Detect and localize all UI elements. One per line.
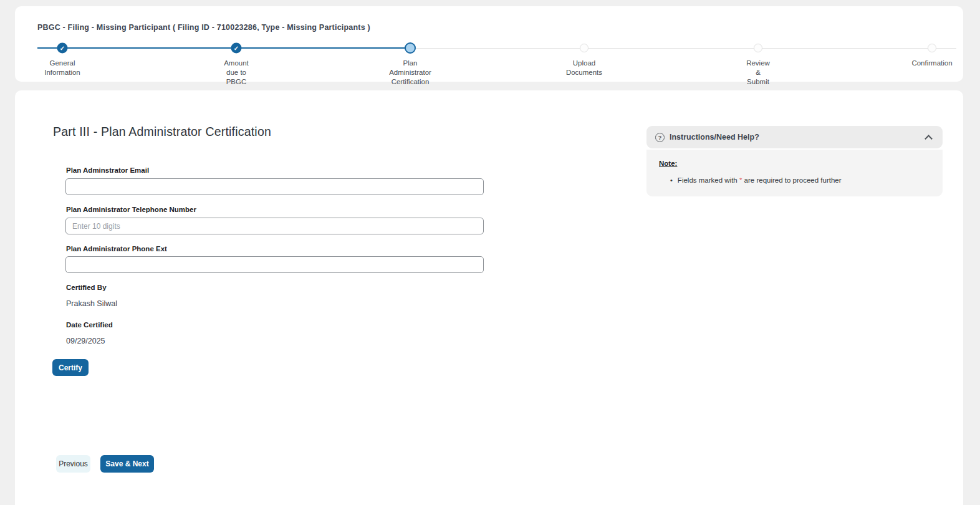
step-upload-documents[interactable] [580,44,588,52]
date-certified-value: 09/29/2025 [66,337,105,345]
note-text: Fields marked with * are required to pro… [678,176,842,184]
step-completed-icon: ✓ [231,43,242,54]
plan-administrator-telephone-label: Plan Administrator Telephone Number [66,206,196,213]
save-next-button[interactable]: Save & Next [100,455,154,473]
stepper-line-upcoming [410,48,956,49]
plan-administrator-phone-ext-label: Plan Administrator Phone Ext [66,245,167,252]
step-label: Plan Administrator Certification [360,59,460,87]
step-label: Confirmation [882,59,980,68]
step-upcoming-icon [754,44,762,52]
step-completed-icon: ✓ [57,43,68,54]
step-label: Review & Submit [708,59,808,87]
check-icon: ✓ [60,45,65,51]
step-upcoming-icon [580,44,588,52]
note-label: Note: [659,160,677,167]
date-certified-label: Date Certified [66,321,113,329]
instructions-help-header[interactable]: ? Instructions/Need Help? [646,126,943,148]
plan-administrator-telephone-input[interactable] [65,218,484,234]
step-label: Upload Documents [534,59,634,77]
step-current-icon [405,42,416,54]
instructions-help-body: Note: • Fields marked with * are require… [646,150,943,196]
plan-administrator-phone-ext-input[interactable] [65,256,484,273]
certify-button[interactable]: Certify [52,359,89,376]
note-bullet-item: • Fields marked with * are required to p… [670,176,930,184]
certified-by-label: Certified By [66,284,107,291]
step-label: Amount due to PBGC [186,59,286,87]
step-label: General Information [12,59,112,77]
certified-by-value: Prakash Silwal [66,299,117,308]
plan-administrator-email-input[interactable] [65,178,484,195]
help-question-icon: ? [655,133,665,142]
instructions-help-panel: ? Instructions/Need Help? Note: • Fields… [646,126,943,196]
page-title: Part III - Plan Administrator Certificat… [53,125,271,139]
bullet-icon: • [670,176,673,184]
stepper-card: PBGC - Filing - Missing Participant ( Fi… [15,6,963,82]
step-confirmation[interactable] [928,44,936,52]
previous-button[interactable]: Previous [56,455,90,473]
plan-administrator-email-label: Plan Adminstrator Email [66,166,149,174]
step-plan-administrator-certification[interactable] [405,42,416,54]
instructions-help-title: Instructions/Need Help? [670,133,759,142]
step-review-submit[interactable] [754,44,762,52]
step-general-information[interactable]: ✓ [57,43,68,54]
step-upcoming-icon [928,44,936,52]
step-amount-due-to-pbgc[interactable]: ✓ [231,43,242,54]
stepper-line-completed [37,47,410,49]
check-icon: ✓ [234,45,239,51]
filing-title: PBGC - Filing - Missing Participant ( Fi… [37,23,370,32]
chevron-up-icon[interactable] [925,135,933,143]
